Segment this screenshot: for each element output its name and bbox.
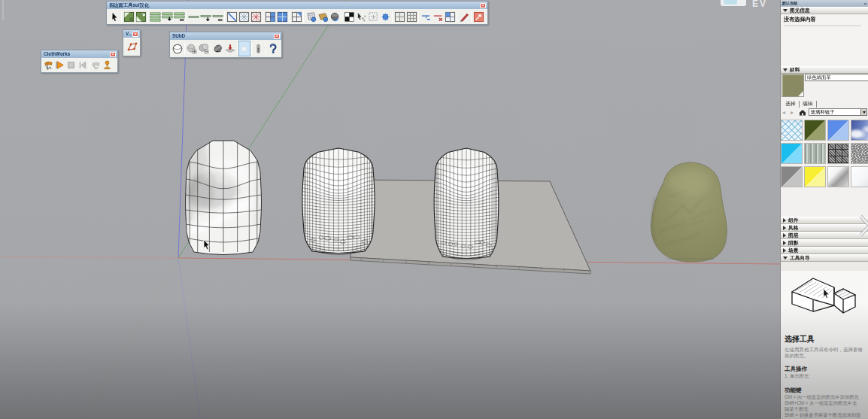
dropdown-arrow-button[interactable] (860, 109, 866, 115)
quadify-face-button[interactable] (290, 11, 302, 23)
tray-section-shadows[interactable]: 阴影 (781, 239, 868, 247)
pin-tool-button[interactable] (102, 59, 113, 71)
toolbar-clothworks-titlebar[interactable]: ClothWorks × (41, 50, 117, 58)
toolbar-vertex-title: V... (126, 31, 132, 38)
toolbar-subd-titlebar[interactable]: SUbD × (170, 32, 281, 40)
grid-2x2-button[interactable] (393, 11, 405, 23)
offset-loop-button[interactable] (444, 11, 456, 23)
material-swatch-sky-reflective-glass[interactable] (851, 120, 868, 141)
material-swatch-gray-glass[interactable] (781, 166, 803, 187)
entity-info-message: 没有选择内容 (784, 15, 861, 26)
checker-select-button[interactable] (343, 11, 355, 23)
loop-select-icon (150, 11, 161, 23)
model-faceted-dome[interactable] (184, 140, 262, 255)
3d-viewport[interactable] (0, 0, 868, 419)
convert-connected-button[interactable] (264, 11, 276, 23)
material-swatch-cyan-glass[interactable] (781, 143, 803, 164)
grid-3x3-button[interactable] (405, 11, 417, 23)
quad-select-add-button[interactable] (135, 11, 147, 23)
toolbar-quadface-close-button[interactable]: × (480, 3, 486, 8)
material-swatch-mirror-silver[interactable] (827, 166, 849, 187)
stop-simulation-button[interactable] (65, 59, 77, 71)
ring-select-button[interactable] (187, 11, 199, 23)
remove-loop-button[interactable] (432, 11, 444, 23)
material-collection-dropdown[interactable]: 玻璃和镜子 (809, 108, 867, 116)
material-swatch-dark-green-glass[interactable] (804, 120, 826, 141)
toggle-subdivision-button[interactable] (171, 41, 184, 56)
toolbar-quadface-titlebar[interactable]: 四边面工具su/汉化 × (107, 2, 487, 9)
material-swatch-blue-glass[interactable] (827, 120, 849, 141)
dropdown-arrow-icon (863, 111, 866, 114)
tray-section-components[interactable]: 组件 (781, 217, 868, 224)
tab-select[interactable]: 选择 (783, 100, 799, 108)
reset-simulation-icon (77, 59, 88, 71)
forward-arrow-button[interactable]: ▸ (791, 109, 797, 116)
toolbar-clothworks-close-button[interactable]: × (110, 52, 116, 57)
ring-shrink-button[interactable] (211, 11, 223, 23)
material-swatch-yellow-glass[interactable] (804, 166, 826, 187)
draw-quad-button[interactable] (458, 11, 470, 23)
tray-close-button[interactable]: × (863, 2, 866, 6)
tab-edit[interactable]: 编辑 (800, 100, 816, 108)
unwrap-uv-button[interactable] (472, 11, 484, 23)
flatten-uv-button[interactable] (317, 11, 329, 23)
insert-loop-icon (420, 11, 432, 23)
tray-section-scenes[interactable]: 场景 (781, 247, 868, 254)
model-wireframe-dome-left[interactable] (302, 148, 375, 255)
offset-loop-icon (445, 11, 456, 23)
help-button[interactable] (267, 41, 279, 56)
tray-section-entity-info[interactable]: 图元信息 (781, 7, 868, 14)
material-name-field[interactable]: 绿色绒面革 (805, 74, 868, 81)
toolbar-subd-close-button[interactable]: × (274, 34, 280, 39)
material-swatch-glass-block-lattice[interactable] (781, 120, 803, 141)
tray-section-layers[interactable]: 图层 (781, 232, 868, 239)
subdivide-smooth-button[interactable] (212, 41, 224, 56)
select-arrow-button[interactable] (108, 11, 120, 23)
tray-section-materials[interactable]: 材料 (781, 66, 868, 74)
model-wireframe-dome-right[interactable] (434, 148, 499, 260)
drape-cloth-button[interactable] (90, 59, 102, 71)
smooth-quads-button[interactable] (329, 11, 341, 23)
subdivide-smooth-icon (212, 43, 224, 55)
toolbar-vertex-close-button[interactable]: × (132, 32, 138, 37)
convert-blue-button[interactable] (276, 11, 288, 23)
cloth-simulate-icon (43, 59, 54, 71)
material-swatch-obscure-glass-noise[interactable] (851, 143, 868, 164)
back-arrow-button[interactable]: ◂ (782, 109, 788, 116)
material-preview-swatch[interactable] (782, 74, 804, 97)
triangulate-button[interactable] (226, 11, 238, 23)
increase-subdivision-button[interactable] (186, 41, 198, 56)
in-model-home-button[interactable] (799, 109, 806, 116)
toolbar-clothworks: ClothWorks × (41, 50, 118, 73)
toolbar-vertex-tools: V... × (123, 29, 141, 56)
crease-tool-button[interactable] (224, 41, 236, 56)
insert-loop-button[interactable] (420, 11, 432, 23)
knife-tool-button[interactable] (253, 41, 265, 56)
quad-select-button[interactable] (123, 11, 135, 23)
tray-collapse-chevron-icon[interactable] (860, 214, 868, 237)
reset-simulation-button[interactable] (77, 59, 88, 71)
cloth-simulate-button[interactable] (43, 59, 54, 71)
play-simulation-button[interactable] (54, 59, 65, 71)
tray-titlebar[interactable]: 默认面板 × (781, 0, 868, 7)
material-swatch-clear-glass[interactable] (851, 166, 868, 187)
deselect-region-button[interactable] (367, 11, 379, 23)
uv-map-button[interactable] (305, 11, 317, 23)
toolbar-vertex-titlebar[interactable]: V... × (123, 30, 140, 38)
loop-grow-button[interactable] (161, 11, 173, 23)
tray-section-styles[interactable]: 风格 (781, 224, 868, 232)
decrease-subdivision-button[interactable] (198, 41, 210, 56)
remove-triangulation-button[interactable] (238, 11, 250, 23)
ring-grow-button[interactable] (199, 11, 211, 23)
selection-tools-button[interactable] (355, 11, 367, 23)
tray-section-instructor[interactable]: 工具向导 (781, 254, 868, 262)
loop-shrink-button[interactable] (173, 11, 185, 23)
material-swatch-patterned-glass-dark[interactable] (827, 143, 849, 164)
loop-select-button[interactable] (149, 11, 161, 23)
vertex-tool-button[interactable] (125, 39, 138, 54)
triangulated-to-quads-button[interactable] (250, 11, 262, 23)
plugin-settings-button[interactable] (379, 11, 391, 23)
material-swatch-ribbed-glass[interactable] (804, 143, 826, 164)
toggle-preview-button[interactable] (238, 41, 250, 56)
materials-tabs: 选择 编辑 (782, 100, 817, 108)
